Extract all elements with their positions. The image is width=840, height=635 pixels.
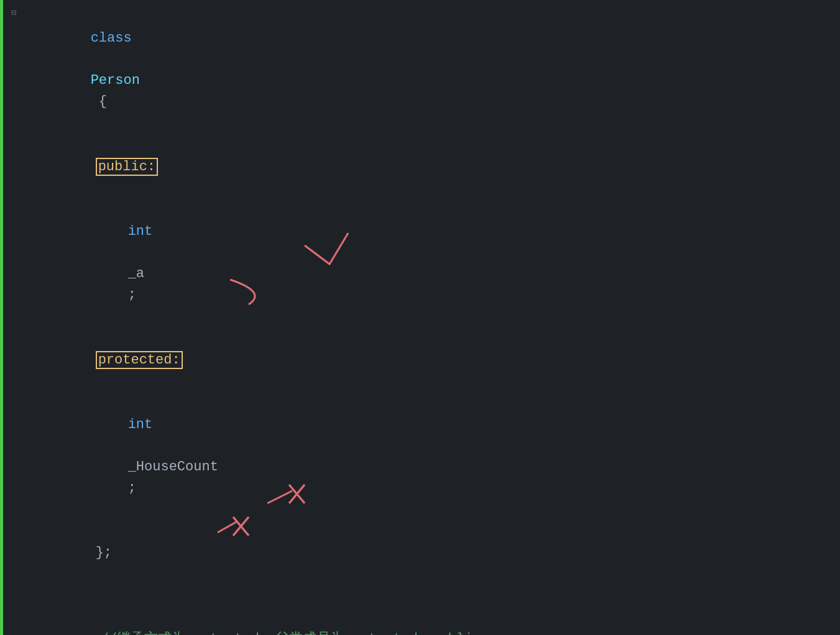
semicolon: ; — [128, 287, 136, 303]
close-brace-person: }; — [96, 545, 112, 560]
code-line-empty-1 — [5, 586, 840, 607]
code-line-comment: //继承方式为protected, 父类成员为protected、public — [5, 607, 840, 635]
line-content-6: }; — [27, 521, 834, 585]
class-keyword: class — [91, 30, 132, 46]
code-line-3: int _a ; — [5, 199, 840, 328]
line-content-1: class Person { — [22, 7, 834, 134]
semicolon: ; — [128, 480, 136, 496]
code-line-4: protected: — [5, 327, 840, 392]
line-content-4: protected: — [27, 328, 834, 391]
space — [91, 52, 99, 67]
code-line-2: public: — [5, 135, 840, 199]
line-content-comment: //继承方式为protected, 父类成员为protected、public — [32, 608, 834, 635]
int-keyword-1: int — [128, 224, 153, 239]
line-content-2: public: — [27, 135, 834, 199]
field-housecount: _HouseCount — [128, 459, 218, 475]
code-line-1: ⊟ class Person { — [5, 6, 840, 135]
brace-open: { — [91, 94, 107, 109]
comment-inherit: //继承方式为protected, 父类成员为protected、public — [101, 631, 481, 635]
line-content-5: int _HouseCount ; — [60, 393, 834, 521]
protected-label-highlighted: protected: — [96, 351, 183, 369]
int-keyword-2: int — [128, 417, 153, 432]
space — [128, 245, 136, 260]
public-label-highlighted: public: — [96, 158, 158, 176]
field-a: _a — [128, 266, 144, 281]
code-line-5: int _HouseCount ; — [5, 393, 840, 521]
line-content-3: int _a ; — [60, 200, 834, 327]
code-line-6: }; — [5, 521, 840, 585]
space — [128, 438, 136, 454]
person-class-name: Person — [91, 73, 140, 88]
gutter-1: ⊟ — [5, 7, 22, 21]
collapse-1[interactable]: ⊟ — [11, 7, 16, 21]
